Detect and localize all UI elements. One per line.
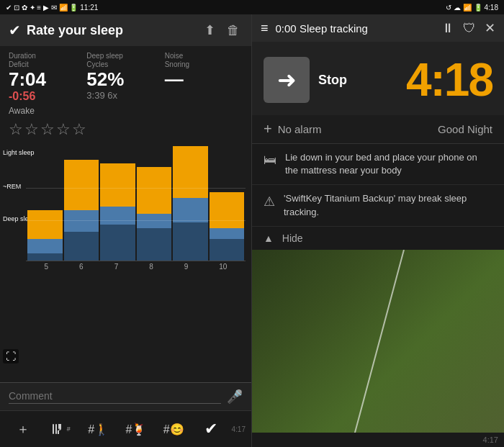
close-button[interactable]: ✕ xyxy=(485,20,495,36)
share-button[interactable]: ⬆ xyxy=(202,22,218,38)
right-bottom: 4:17 xyxy=(252,433,504,447)
awake-label: Awake xyxy=(0,106,251,116)
shield-icon[interactable]: 🛡 xyxy=(463,21,476,36)
bars-container xyxy=(26,146,246,261)
bar-6 xyxy=(210,146,245,261)
x-label-10: 10 xyxy=(219,263,227,271)
bar-3 xyxy=(100,146,135,261)
star-1[interactable]: ☆ xyxy=(9,120,23,139)
duration-label: Duration Deficit xyxy=(9,52,86,69)
hide-text: Hide xyxy=(282,232,303,244)
alarm-text: No alarm xyxy=(278,123,438,135)
x-label-9: 9 xyxy=(184,263,189,271)
left-panel-title: Rate your sleep xyxy=(27,23,196,38)
info-row-1: 🛏 Lie down in your bed and place your ph… xyxy=(252,144,504,185)
hide-arrow-icon: ▲ xyxy=(264,232,274,244)
svg-rect-1 xyxy=(55,424,57,434)
x-label-8: 8 xyxy=(149,263,153,271)
left-panel: ✔ Rate your sleep ⬆ 🗑 Duration Deficit 7… xyxy=(0,14,252,447)
bar-5 xyxy=(173,146,208,261)
stop-arrow-icon: ➜ xyxy=(277,66,297,94)
info-text-1: Lie down in your bed and place your phon… xyxy=(285,151,492,177)
stat-duration: Duration Deficit 7:04 -0:56 xyxy=(9,52,86,103)
pause-button[interactable]: ⏸ xyxy=(441,21,454,36)
stop-button[interactable]: ➜ xyxy=(264,57,310,103)
good-night-text: Good Night xyxy=(438,123,492,135)
right-panel: ≡ 0:00 Sleep tracking ⏸ 🛡 ✕ ➜ Stop 4:18 … xyxy=(252,14,504,447)
star-2[interactable]: ☆ xyxy=(24,120,39,139)
status-time-right: 4:18 xyxy=(485,4,498,12)
stat-noise: Noise Snoring — xyxy=(165,52,243,103)
bar-2 xyxy=(64,146,99,261)
deep-sleep-value: 52% xyxy=(86,69,164,90)
star-3[interactable]: ☆ xyxy=(40,120,55,139)
stop-label: Stop xyxy=(318,73,347,88)
status-bar-left: ✔ ⊡ ✿ ✦ ≡ ▶ ✉ 📶 🔋 11:21 xyxy=(6,4,98,12)
header-check-icon: ✔ xyxy=(9,22,21,39)
rem-label: ~REM xyxy=(3,183,21,190)
hide-row[interactable]: ▲ Hide xyxy=(252,227,504,250)
left-header: ✔ Rate your sleep ⬆ 🗑 xyxy=(0,14,251,46)
info-text-2: 'SwiftKey Titanium Backup' may break sle… xyxy=(284,192,492,218)
status-bar-right: ↺ ☁ 📶 🔋 4:18 xyxy=(446,4,498,12)
deep-sleep-label: Deep sleep Cycles xyxy=(86,52,164,69)
noise-label: Noise Snoring xyxy=(165,52,243,69)
comment-bar: 🎤 xyxy=(0,382,251,410)
info-row-2: ⚠ 'SwiftKey Titanium Backup' may break s… xyxy=(252,185,504,226)
status-icons-right: ↺ ☁ 📶 🔋 xyxy=(446,4,482,12)
bar-1 xyxy=(27,146,63,261)
status-icons-left: ⊡ ✿ ✦ ≡ ▶ ✉ 📶 🔋 xyxy=(14,4,78,12)
duration-value: 7:04 xyxy=(9,69,86,90)
svg-rect-0 xyxy=(53,424,54,434)
deep-sleep-sub: 3:39 6x xyxy=(86,90,164,101)
status-time-left: 11:21 xyxy=(80,4,98,12)
bar-4 xyxy=(137,146,172,261)
map-area xyxy=(252,250,504,433)
mic-icon[interactable]: 🎤 xyxy=(227,389,243,405)
x-label-7: 7 xyxy=(114,263,119,271)
right-header-icons: ⏸ 🛡 ✕ xyxy=(441,20,495,36)
stats-row: Duration Deficit 7:04 -0:56 Deep sleep C… xyxy=(0,46,251,106)
toolbar-food-button[interactable]: # xyxy=(43,417,78,441)
stop-timer-row: ➜ Stop 4:18 xyxy=(252,42,504,115)
x-label-5: 5 xyxy=(45,263,49,271)
bottom-toolbar: ＋ # #🚶 #🍹 #😊 ✔ 4:17 xyxy=(0,410,251,447)
star-4[interactable]: ☆ xyxy=(56,120,71,139)
warning-icon: ⚠ xyxy=(264,194,275,209)
main-panels: ✔ Rate your sleep ⬆ 🗑 Duration Deficit 7… xyxy=(0,14,504,447)
alarm-row[interactable]: + No alarm Good Night xyxy=(252,115,504,144)
toolbar-drink-button[interactable]: #🍹 xyxy=(119,418,153,441)
stars-row: ☆ ☆ ☆ ☆ ☆ xyxy=(0,117,251,143)
chart-x-axis: 5 6 7 8 9 10 xyxy=(26,263,246,271)
fullscreen-icon[interactable]: ⛶ xyxy=(3,349,19,364)
map-line xyxy=(346,250,405,433)
right-header: ≡ 0:00 Sleep tracking ⏸ 🛡 ✕ xyxy=(252,14,504,42)
x-label-6: 6 xyxy=(79,263,84,271)
delete-button[interactable]: 🗑 xyxy=(224,23,243,38)
alarm-plus-icon: + xyxy=(264,121,272,137)
bed-icon: 🛏 xyxy=(264,153,276,168)
deficit-value: -0:56 xyxy=(9,90,86,103)
right-bottom-time: 4:17 xyxy=(483,435,498,444)
chart-area: Light sleep ~REM Deep sleep xyxy=(0,143,251,382)
stat-deep-sleep: Deep sleep Cycles 52% 3:39 6x xyxy=(86,52,164,103)
toolbar-mood-button[interactable]: #😊 xyxy=(156,418,191,441)
toolbar-walk-button[interactable]: #🚶 xyxy=(81,418,116,441)
timer-display: 4:18 xyxy=(406,53,492,107)
comment-input[interactable] xyxy=(9,390,221,404)
check-status-icon: ✔ xyxy=(6,4,12,12)
toolbar-add-button[interactable]: ＋ xyxy=(6,416,40,442)
toolbar-confirm-button[interactable]: ✔ xyxy=(194,415,228,443)
noise-value: — xyxy=(165,69,243,90)
toolbar-time: 4:17 xyxy=(232,425,246,433)
status-bar: ✔ ⊡ ✿ ✦ ≡ ▶ ✉ 📶 🔋 11:21 ↺ ☁ 📶 🔋 4:18 xyxy=(0,0,504,14)
right-panel-title: 0:00 Sleep tracking xyxy=(276,22,434,35)
hamburger-icon[interactable]: ≡ xyxy=(261,21,269,36)
star-5[interactable]: ☆ xyxy=(72,120,86,139)
